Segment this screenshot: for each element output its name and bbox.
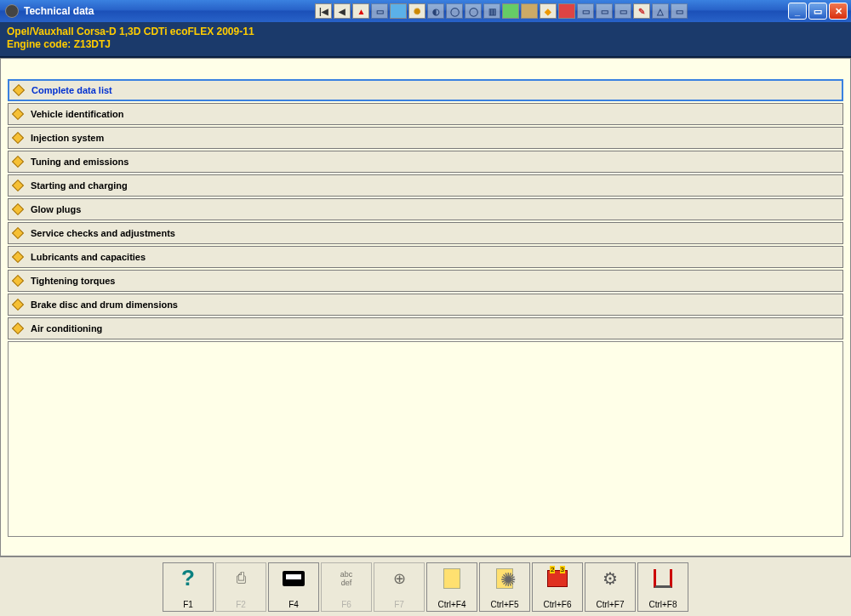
- diamond-icon: [12, 227, 24, 239]
- toolbar-ring-icon[interactable]: ◯: [446, 3, 463, 19]
- toolbar-gray4-icon[interactable]: ▭: [671, 3, 688, 19]
- toolbar-diag-icon[interactable]: ◆: [540, 3, 557, 19]
- diamond-icon: [12, 180, 24, 191]
- category-item[interactable]: Injection system: [8, 127, 843, 149]
- diamond-icon: [12, 203, 24, 215]
- category-item[interactable]: Tightening torques: [8, 270, 843, 292]
- footer-button-f7: ⊕F7: [374, 562, 425, 612]
- detail-panel: [8, 341, 843, 537]
- footer-label: F4: [288, 600, 299, 609]
- category-label: Glow plugs: [31, 204, 81, 214]
- printer-icon: ⎙: [228, 567, 254, 590]
- category-label: Lubricants and capacities: [31, 252, 146, 262]
- diamond-icon: [12, 275, 24, 287]
- app-icon: [5, 4, 19, 18]
- titlebar: Technical data |◀ ◀ ▲ ▭ ✺ ◐ ◯ ◯ ▥ ◆ ▭ ▭ …: [0, 0, 851, 22]
- titlebar-toolbar: |◀ ◀ ▲ ▭ ✺ ◐ ◯ ◯ ▥ ◆ ▭ ▭ ▭ ✎ △ ▭: [315, 3, 688, 19]
- footer-button-ctrl-f5[interactable]: ✺Ctrl+F5: [479, 562, 530, 612]
- toolbar-belt-icon[interactable]: ◐: [427, 3, 444, 19]
- content-area: Complete data listVehicle identification…: [0, 58, 851, 556]
- maximize-button[interactable]: ▭: [808, 3, 827, 20]
- toolbar-red-icon[interactable]: [558, 3, 575, 19]
- category-label: Brake disc and drum dimensions: [31, 299, 178, 310]
- toolbar-tri-icon[interactable]: △: [652, 3, 669, 19]
- diamond-icon: [12, 108, 24, 120]
- footer-label: Ctrl+F5: [490, 600, 518, 609]
- category-label: Injection system: [31, 133, 104, 143]
- category-label: Air conditioning: [31, 323, 102, 334]
- gears-icon: ⚙: [597, 567, 623, 590]
- footer-label: Ctrl+F4: [437, 600, 465, 609]
- footer-button-f2: ⎙F2: [215, 562, 266, 612]
- diamond-icon: [12, 156, 24, 168]
- category-item[interactable]: Vehicle identification: [8, 103, 843, 125]
- page-gear-icon: ✺: [492, 567, 517, 590]
- toolbar-gray3-icon[interactable]: ▭: [614, 3, 631, 19]
- category-item[interactable]: Complete data list: [8, 79, 843, 101]
- footer-label: Ctrl+F7: [596, 600, 624, 609]
- footer-button-ctrl-f4[interactable]: Ctrl+F4: [426, 562, 477, 612]
- footer-button-f4[interactable]: F4: [268, 562, 319, 612]
- window-title: Technical data: [24, 5, 94, 17]
- toolbar-gear-icon[interactable]: ✺: [408, 3, 426, 19]
- vehicle-line1: Opel/Vauxhall Corsa-D 1,3D CDTi ecoFLEX …: [7, 26, 844, 38]
- category-label: Complete data list: [31, 85, 112, 95]
- category-label: Starting and charging: [31, 180, 128, 191]
- category-label: Tuning and emissions: [31, 157, 129, 167]
- toolbar-paint-icon[interactable]: ✎: [633, 3, 650, 19]
- toolbar-green1-icon[interactable]: [502, 3, 519, 19]
- ?-icon: ?: [175, 567, 201, 590]
- footer-label: F1: [183, 600, 193, 609]
- category-item[interactable]: Air conditioning: [8, 317, 843, 339]
- footer-label: F6: [341, 600, 351, 609]
- fuse-icon: 23: [545, 567, 570, 590]
- category-label: Tightening torques: [31, 276, 115, 286]
- footer-label: Ctrl+F8: [648, 600, 677, 609]
- vehicle-line2: Engine code: Z13DTJ: [7, 38, 844, 51]
- category-label: Service checks and adjustments: [31, 228, 175, 238]
- card-icon: [281, 567, 306, 590]
- category-item[interactable]: Lubricants and capacities: [8, 246, 843, 268]
- lift-icon: [650, 567, 676, 590]
- category-item[interactable]: Brake disc and drum dimensions: [8, 294, 843, 316]
- toolbar-ring2-icon[interactable]: ◯: [465, 3, 482, 19]
- page-yellow-icon: [439, 567, 465, 590]
- footer-label: F7: [394, 600, 404, 609]
- toolbar-prev-icon[interactable]: ◀: [334, 3, 351, 19]
- diamond-icon: [12, 299, 24, 311]
- vehicle-header: Opel/Vauxhall Corsa-D 1,3D CDTi ecoFLEX …: [0, 22, 851, 58]
- target-icon: ⊕: [386, 567, 412, 590]
- diamond-icon: [12, 132, 24, 144]
- toolbar-image-icon[interactable]: [390, 3, 407, 19]
- toolbar-gray2-icon[interactable]: ▭: [596, 3, 613, 19]
- category-item[interactable]: Tuning and emissions: [8, 151, 843, 173]
- toolbar-warning-icon[interactable]: ▲: [352, 3, 369, 19]
- footer-button-f1[interactable]: ?F1: [163, 562, 214, 612]
- abc-icon: abcdef: [334, 567, 359, 590]
- category-label: Vehicle identification: [31, 109, 123, 119]
- footer-toolbar: ?F1⎙F2F4abcdefF6⊕F7Ctrl+F4✺Ctrl+F523Ctrl…: [0, 556, 851, 616]
- category-item[interactable]: Starting and charging: [8, 174, 843, 197]
- minimize-button[interactable]: _: [788, 3, 807, 20]
- footer-label: Ctrl+F6: [543, 600, 571, 609]
- category-item[interactable]: Service checks and adjustments: [8, 222, 843, 244]
- category-item[interactable]: Glow plugs: [8, 198, 843, 220]
- toolbar-window-icon[interactable]: ▭: [371, 3, 388, 19]
- toolbar-gray1-icon[interactable]: ▭: [577, 3, 594, 19]
- toolbar-green2-icon[interactable]: [521, 3, 538, 19]
- footer-label: F2: [236, 600, 246, 609]
- footer-button-f6: abcdefF6: [321, 562, 372, 612]
- diamond-icon: [13, 84, 25, 96]
- category-list: Complete data listVehicle identification…: [1, 59, 850, 339]
- toolbar-doc-icon[interactable]: ▥: [483, 3, 500, 19]
- window-controls: _ ▭ ✕: [788, 3, 848, 20]
- footer-button-ctrl-f8[interactable]: Ctrl+F8: [637, 562, 688, 612]
- toolbar-first-icon[interactable]: |◀: [315, 3, 332, 19]
- diamond-icon: [12, 251, 24, 263]
- close-button[interactable]: ✕: [829, 3, 848, 20]
- footer-button-ctrl-f7[interactable]: ⚙Ctrl+F7: [585, 562, 636, 612]
- diamond-icon: [12, 322, 24, 334]
- footer-button-ctrl-f6[interactable]: 23Ctrl+F6: [532, 562, 583, 612]
